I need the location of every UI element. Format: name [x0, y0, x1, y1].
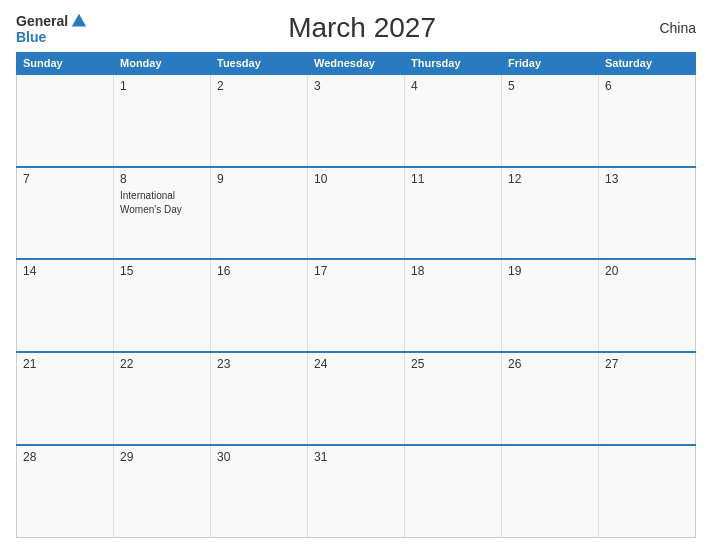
day-cell-w4-d7: 27	[599, 352, 696, 445]
day-cell-w1-d7: 6	[599, 74, 696, 167]
day-cell-w3-d2: 15	[114, 259, 211, 352]
day-number: 26	[508, 357, 592, 371]
day-number: 25	[411, 357, 495, 371]
day-number: 16	[217, 264, 301, 278]
day-cell-w2-d3: 9	[211, 167, 308, 260]
day-cell-w4-d2: 22	[114, 352, 211, 445]
day-cell-w5-d7	[599, 445, 696, 538]
header: General Blue March 2027 China	[16, 12, 696, 44]
day-cell-w3-d4: 17	[308, 259, 405, 352]
header-friday: Friday	[502, 53, 599, 75]
day-cell-w1-d2: 1	[114, 74, 211, 167]
day-cell-w1-d5: 4	[405, 74, 502, 167]
day-number: 8	[120, 172, 204, 186]
week-row-2: 78International Women's Day910111213	[17, 167, 696, 260]
day-cell-w4-d5: 25	[405, 352, 502, 445]
page: General Blue March 2027 China Sunday Mon…	[0, 0, 712, 550]
event-label: International Women's Day	[120, 190, 182, 215]
day-number: 15	[120, 264, 204, 278]
day-cell-w3-d5: 18	[405, 259, 502, 352]
day-cell-w3-d3: 16	[211, 259, 308, 352]
country-label: China	[636, 20, 696, 36]
week-row-3: 14151617181920	[17, 259, 696, 352]
day-number: 11	[411, 172, 495, 186]
day-number: 7	[23, 172, 107, 186]
day-cell-w5-d2: 29	[114, 445, 211, 538]
day-number: 4	[411, 79, 495, 93]
day-number: 14	[23, 264, 107, 278]
header-monday: Monday	[114, 53, 211, 75]
day-number: 6	[605, 79, 689, 93]
day-cell-w2-d2: 8International Women's Day	[114, 167, 211, 260]
day-number: 31	[314, 450, 398, 464]
logo-icon	[70, 12, 88, 30]
day-number: 2	[217, 79, 301, 93]
day-cell-w4-d3: 23	[211, 352, 308, 445]
day-cell-w4-d4: 24	[308, 352, 405, 445]
logo: General Blue	[16, 12, 88, 44]
day-number: 27	[605, 357, 689, 371]
day-cell-w1-d6: 5	[502, 74, 599, 167]
day-number: 18	[411, 264, 495, 278]
day-cell-w5-d6	[502, 445, 599, 538]
day-number: 13	[605, 172, 689, 186]
day-number: 20	[605, 264, 689, 278]
day-cell-w4-d6: 26	[502, 352, 599, 445]
day-number: 29	[120, 450, 204, 464]
day-number: 3	[314, 79, 398, 93]
day-number: 23	[217, 357, 301, 371]
day-cell-w2-d1: 7	[17, 167, 114, 260]
header-tuesday: Tuesday	[211, 53, 308, 75]
day-cell-w1-d3: 2	[211, 74, 308, 167]
day-number: 24	[314, 357, 398, 371]
svg-marker-0	[72, 14, 86, 27]
header-thursday: Thursday	[405, 53, 502, 75]
day-cell-w2-d4: 10	[308, 167, 405, 260]
week-row-5: 28293031	[17, 445, 696, 538]
day-cell-w3-d1: 14	[17, 259, 114, 352]
header-wednesday: Wednesday	[308, 53, 405, 75]
calendar-title: March 2027	[88, 12, 636, 44]
day-number: 19	[508, 264, 592, 278]
day-cell-w3-d7: 20	[599, 259, 696, 352]
header-saturday: Saturday	[599, 53, 696, 75]
day-number: 21	[23, 357, 107, 371]
week-row-1: 123456	[17, 74, 696, 167]
day-cell-w1-d1	[17, 74, 114, 167]
day-number: 12	[508, 172, 592, 186]
day-cell-w5-d5	[405, 445, 502, 538]
day-cell-w5-d1: 28	[17, 445, 114, 538]
day-number: 17	[314, 264, 398, 278]
day-number: 22	[120, 357, 204, 371]
logo-blue: Blue	[16, 30, 46, 44]
day-cell-w5-d3: 30	[211, 445, 308, 538]
day-number: 5	[508, 79, 592, 93]
day-cell-w5-d4: 31	[308, 445, 405, 538]
day-cell-w4-d1: 21	[17, 352, 114, 445]
day-number: 28	[23, 450, 107, 464]
day-cell-w3-d6: 19	[502, 259, 599, 352]
day-cell-w1-d4: 3	[308, 74, 405, 167]
calendar-table: Sunday Monday Tuesday Wednesday Thursday…	[16, 52, 696, 538]
day-cell-w2-d5: 11	[405, 167, 502, 260]
day-number: 30	[217, 450, 301, 464]
logo-general: General	[16, 14, 68, 28]
day-cell-w2-d6: 12	[502, 167, 599, 260]
day-number: 9	[217, 172, 301, 186]
header-sunday: Sunday	[17, 53, 114, 75]
day-number: 10	[314, 172, 398, 186]
day-number: 1	[120, 79, 204, 93]
days-header-row: Sunday Monday Tuesday Wednesday Thursday…	[17, 53, 696, 75]
week-row-4: 21222324252627	[17, 352, 696, 445]
day-cell-w2-d7: 13	[599, 167, 696, 260]
